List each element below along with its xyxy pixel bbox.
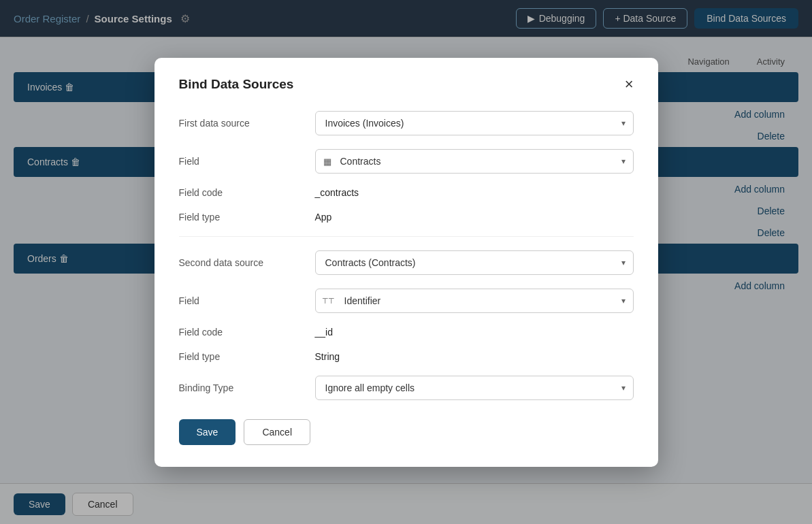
field2-select-wrapper: Identifier Name Status ⊤⊤ ▾: [315, 289, 634, 313]
bind-datasources-modal: Bind Data Sources × First data source In…: [155, 58, 658, 467]
modal-cancel-button[interactable]: Cancel: [244, 419, 310, 445]
field2-row: Field Identifier Name Status ⊤⊤ ▾: [179, 289, 634, 313]
field-code2-row: Field code __id: [179, 327, 634, 338]
field2-select[interactable]: Identifier Name Status: [315, 289, 634, 313]
second-datasource-select-wrapper: Contracts (Contracts) Invoices (Invoices…: [315, 250, 634, 275]
field-code2-label: Field code: [179, 327, 315, 338]
field-type1-label: Field type: [179, 212, 315, 223]
field-code2-value: __id: [315, 327, 333, 338]
section-divider: [179, 236, 634, 237]
modal-save-button[interactable]: Save: [179, 419, 236, 445]
field1-select-wrapper: Contracts Invoices Orders ▦ ▾: [315, 149, 634, 174]
first-datasource-label: First data source: [179, 118, 315, 129]
second-datasource-select[interactable]: Contracts (Contracts) Invoices (Invoices…: [315, 250, 634, 275]
field-code1-label: Field code: [179, 187, 315, 198]
field1-select[interactable]: Contracts Invoices Orders: [315, 149, 634, 174]
modal-close-button[interactable]: ×: [625, 77, 634, 92]
field-type1-value: App: [315, 212, 332, 223]
binding-type-select[interactable]: Ignore all empty cells Include empty cel…: [315, 376, 634, 400]
second-datasource-label: Second data source: [179, 257, 315, 268]
first-datasource-select-wrapper: Invoices (Invoices) Contracts (Contracts…: [315, 111, 634, 135]
modal-title: Bind Data Sources: [179, 77, 294, 92]
close-icon: ×: [625, 76, 634, 93]
field1-label: Field: [179, 156, 315, 167]
field-type1-row: Field type App: [179, 212, 634, 223]
binding-type-row: Binding Type Ignore all empty cells Incl…: [179, 376, 634, 400]
binding-type-label: Binding Type: [179, 382, 315, 393]
field2-label: Field: [179, 295, 315, 306]
field-type2-label: Field type: [179, 351, 315, 362]
modal-footer: Save Cancel: [179, 419, 634, 445]
second-datasource-row: Second data source Contracts (Contracts)…: [179, 250, 634, 275]
first-datasource-select[interactable]: Invoices (Invoices) Contracts (Contracts…: [315, 111, 634, 135]
field-code1-value: _contracts: [315, 187, 359, 198]
field-type2-row: Field type String: [179, 351, 634, 362]
binding-type-select-wrapper: Ignore all empty cells Include empty cel…: [315, 376, 634, 400]
first-datasource-row: First data source Invoices (Invoices) Co…: [179, 111, 634, 135]
modal-overlay: Bind Data Sources × First data source In…: [0, 0, 812, 524]
field-code1-row: Field code _contracts: [179, 187, 634, 198]
field1-row: Field Contracts Invoices Orders ▦ ▾: [179, 149, 634, 174]
field-type2-value: String: [315, 351, 340, 362]
modal-header: Bind Data Sources ×: [179, 77, 634, 92]
